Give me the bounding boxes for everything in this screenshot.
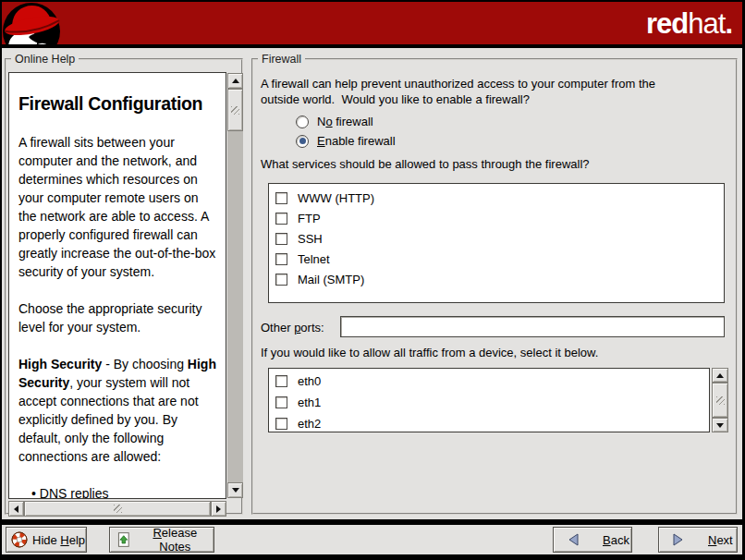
service-label-ftp: FTP bbox=[298, 212, 321, 225]
triangle-down-icon bbox=[716, 423, 724, 428]
scroll-right-button[interactable] bbox=[211, 501, 226, 517]
firewall-intro-text: A firewall can help prevent unauthorized… bbox=[261, 76, 727, 107]
back-label: Back bbox=[603, 533, 629, 547]
other-ports-label: Other ports: bbox=[261, 321, 324, 335]
help-horizontal-scrollbar[interactable] bbox=[8, 501, 226, 517]
radio-enable-firewall[interactable]: Enable firewall bbox=[296, 133, 396, 149]
triangle-up-icon bbox=[716, 373, 724, 378]
hide-help-label: Hide Help bbox=[32, 533, 85, 547]
device-label-eth2: eth2 bbox=[298, 417, 321, 431]
device-checkbox-eth1[interactable] bbox=[275, 396, 287, 408]
lifebuoy-icon bbox=[11, 531, 28, 548]
devices-listbox[interactable]: eth0eth1eth2 bbox=[268, 368, 710, 432]
scroll-down-button[interactable] bbox=[227, 482, 243, 498]
service-checkbox-ftp[interactable] bbox=[275, 213, 287, 225]
scroll-down-button[interactable] bbox=[712, 418, 728, 432]
device-label-eth1: eth1 bbox=[298, 396, 321, 409]
wordmark-regular: hat bbox=[688, 7, 725, 40]
release-notes-page-icon bbox=[116, 531, 132, 548]
wordmark-bold: red bbox=[646, 7, 688, 40]
scroll-thumb[interactable] bbox=[24, 501, 211, 517]
device-row-eth1[interactable]: eth1 bbox=[269, 392, 709, 413]
triangle-up-icon bbox=[232, 79, 239, 83]
service-row-ssh[interactable]: SSH bbox=[269, 228, 724, 249]
service-row-mail-smtp[interactable]: Mail (SMTP) bbox=[269, 269, 724, 289]
scroll-up-button[interactable] bbox=[227, 73, 243, 89]
redhat-wordmark: redhat. bbox=[518, 6, 732, 43]
radio-button-icon[interactable] bbox=[296, 116, 309, 128]
radio-no-firewall-label: No firewall bbox=[317, 115, 373, 128]
service-checkbox-ssh[interactable] bbox=[275, 233, 287, 245]
help-bullet-item: • DNS replies bbox=[18, 484, 216, 499]
scroll-thumb[interactable] bbox=[227, 89, 243, 131]
scroll-up-button[interactable] bbox=[712, 368, 728, 383]
service-checkbox-mail-smtp[interactable] bbox=[275, 274, 287, 286]
service-label-mail-smtp: Mail (SMTP) bbox=[298, 273, 364, 286]
help-vertical-scrollbar[interactable] bbox=[227, 73, 243, 498]
service-checkbox-www-http[interactable] bbox=[275, 192, 287, 204]
scroll-thumb[interactable] bbox=[712, 383, 728, 418]
device-checkbox-eth2[interactable] bbox=[275, 418, 287, 430]
device-checkbox-eth0[interactable] bbox=[275, 375, 287, 387]
triangle-left-icon bbox=[14, 505, 18, 513]
service-label-telnet: Telnet bbox=[298, 252, 330, 266]
other-ports-input[interactable] bbox=[340, 316, 725, 337]
installer-window: redhat. Online Help Firewall Configurati… bbox=[0, 0, 745, 560]
triangle-down-icon bbox=[232, 488, 239, 493]
service-row-ftp[interactable]: FTP bbox=[269, 208, 724, 228]
service-label-ssh: SSH bbox=[298, 232, 323, 246]
service-checkbox-telnet[interactable] bbox=[275, 253, 287, 265]
devices-question: If you would like to allow all traffic f… bbox=[261, 346, 598, 359]
help-paragraph: Choose the appropriate security level fo… bbox=[18, 299, 216, 336]
help-paragraph: High Security - By choosing High Securit… bbox=[18, 355, 216, 466]
device-row-eth0[interactable]: eth0 bbox=[269, 371, 709, 392]
help-text-panel: Firewall Configuration A firewall sits b… bbox=[8, 72, 226, 499]
hide-help-button[interactable]: Hide Help bbox=[6, 527, 87, 553]
help-content: A firewall sits between your computer an… bbox=[18, 133, 216, 499]
service-label-www-http: WWW (HTTP) bbox=[298, 191, 374, 205]
device-label-eth0: eth0 bbox=[298, 374, 321, 388]
help-paragraph: A firewall sits between your computer an… bbox=[18, 133, 216, 281]
radio-enable-firewall-label: Enable firewall bbox=[317, 134, 396, 148]
device-row-eth2[interactable]: eth2 bbox=[269, 413, 709, 432]
release-notes-button[interactable]: Release Notes bbox=[109, 527, 214, 553]
radio-button-icon[interactable] bbox=[296, 135, 309, 148]
service-row-telnet[interactable]: Telnet bbox=[269, 249, 724, 269]
services-listbox[interactable]: WWW (HTTP)FTPSSHTelnetMail (SMTP) bbox=[268, 183, 725, 303]
scroll-left-button[interactable] bbox=[8, 501, 24, 517]
wordmark-dot: . bbox=[725, 7, 732, 40]
devices-vertical-scrollbar[interactable] bbox=[712, 368, 728, 432]
release-notes-label: Release Notes bbox=[137, 526, 214, 554]
help-title: Firewall Configuration bbox=[18, 93, 216, 115]
radio-no-firewall[interactable]: No firewall bbox=[296, 114, 373, 129]
services-question: What services should be allowed to pass … bbox=[261, 157, 590, 171]
arrow-left-icon bbox=[566, 532, 580, 547]
next-button[interactable]: Next bbox=[658, 527, 738, 553]
firewall-frame-label: Firewall bbox=[258, 53, 305, 66]
next-label: Next bbox=[708, 533, 733, 547]
service-row-www-http[interactable]: WWW (HTTP) bbox=[269, 188, 724, 208]
online-help-frame-label: Online Help bbox=[11, 53, 79, 66]
arrow-right-icon bbox=[671, 532, 686, 547]
back-button[interactable]: Back bbox=[553, 527, 632, 553]
triangle-right-icon bbox=[216, 505, 221, 513]
